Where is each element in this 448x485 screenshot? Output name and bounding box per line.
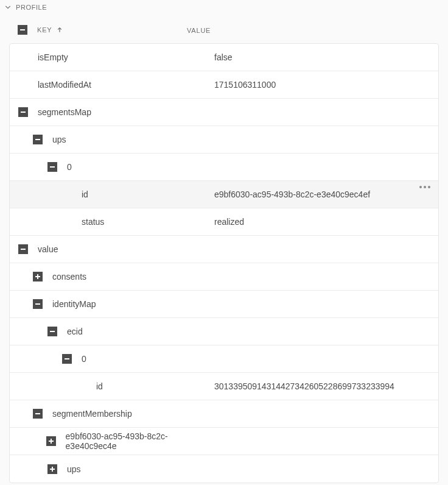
value-label: 1715106311000 [214, 80, 276, 90]
sort-ascending-icon[interactable] [57, 25, 63, 35]
table-row[interactable]: value [10, 236, 438, 263]
value-label: 30133950914314427342605228699733233994 [214, 381, 394, 391]
more-actions-icon[interactable] [418, 186, 431, 188]
collapse-icon[interactable] [18, 244, 28, 254]
table-row[interactable]: segmentsMap [10, 99, 438, 126]
table-header-row: KEY VALUE [9, 16, 439, 43]
table-row[interactable]: 0 [10, 345, 438, 373]
chevron-down-icon[interactable] [5, 4, 11, 10]
table-row[interactable]: segmentMembership [10, 400, 438, 428]
collapse-icon[interactable] [18, 107, 28, 117]
table-row[interactable]: id e9bf6030-ac95-493b-8c2c-e3e40c9ec4ef [10, 181, 438, 208]
table-row[interactable]: 0 [10, 154, 438, 181]
table-row[interactable]: id 3013395091431442734260522869973323399… [10, 373, 438, 400]
collapse-all-toggle[interactable] [18, 25, 27, 35]
collapse-icon[interactable] [47, 327, 57, 336]
column-header-key[interactable]: KEY [37, 26, 52, 34]
collapse-icon[interactable] [62, 354, 72, 364]
key-label: ups [52, 135, 66, 144]
collapse-icon[interactable] [33, 409, 43, 419]
key-label: 0 [67, 162, 72, 172]
collapse-icon[interactable] [33, 135, 43, 144]
key-label: lastModifiedAt [38, 80, 91, 90]
column-header-value[interactable]: VALUE [187, 27, 211, 34]
table-row[interactable]: ecid [10, 318, 438, 345]
table-row[interactable]: status realized [10, 208, 438, 236]
key-label: identityMap [52, 299, 96, 309]
key-label: e9bf6030-ac95-493b-8c2c-e3e40c9ec4e [66, 431, 214, 451]
key-label: id [82, 189, 88, 199]
tree-table: isEmpty false lastModifiedAt 17151063110… [9, 43, 439, 483]
table-row[interactable]: e9bf6030-ac95-493b-8c2c-e3e40c9ec4e [10, 428, 438, 455]
key-label: segmentMembership [52, 409, 132, 419]
key-label: segmentsMap [38, 107, 91, 117]
panel-title: PROFILE [16, 4, 47, 11]
key-label: id [96, 381, 103, 391]
expand-icon[interactable] [46, 436, 56, 446]
table-row[interactable]: identityMap [10, 291, 438, 318]
key-label: isEmpty [38, 52, 68, 62]
key-label: ecid [67, 327, 83, 336]
table-row[interactable]: lastModifiedAt 1715106311000 [10, 71, 438, 99]
key-label: consents [52, 272, 86, 281]
value-label: realized [214, 217, 244, 227]
key-label: status [82, 217, 104, 227]
table-row[interactable]: consents [10, 263, 438, 291]
table-row[interactable]: ups [10, 455, 438, 483]
expand-icon[interactable] [47, 464, 57, 474]
table-row[interactable]: isEmpty false [10, 44, 438, 71]
table-row[interactable]: ups [10, 126, 438, 154]
key-label: ups [67, 464, 81, 474]
key-label: 0 [82, 354, 86, 364]
collapse-icon[interactable] [33, 299, 43, 309]
expand-icon[interactable] [33, 272, 43, 281]
key-label: value [38, 244, 58, 254]
value-label: e9bf6030-ac95-493b-8c2c-e3e40c9ec4ef [214, 189, 370, 199]
collapse-icon[interactable] [47, 162, 57, 172]
value-label: false [214, 52, 233, 62]
